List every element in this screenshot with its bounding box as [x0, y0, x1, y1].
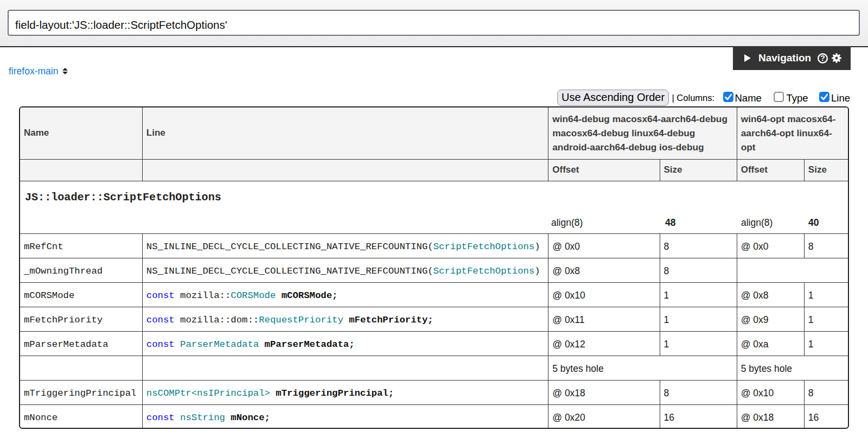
- svg-text:?: ?: [820, 54, 825, 62]
